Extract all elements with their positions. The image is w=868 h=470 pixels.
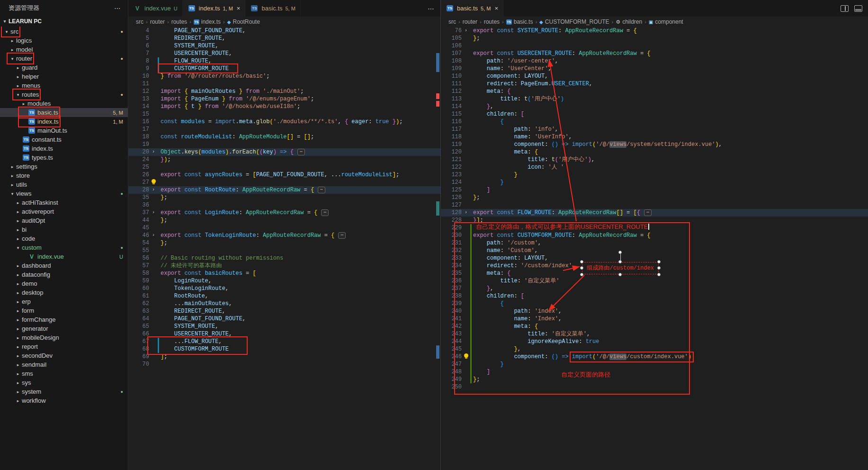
annotation-textbox-compose-route[interactable]: 组成路由/custom/index bbox=[582, 262, 659, 274]
tree-item-bi[interactable]: ▸bi bbox=[0, 225, 128, 234]
tree-item-erp[interactable]: ▸erp bbox=[0, 297, 128, 306]
editor-group-right: TSbasic.ts5, M× src›router›routes›TSbasi… bbox=[441, 0, 868, 470]
tree-item-helper[interactable]: ▸helper bbox=[0, 72, 128, 81]
tree-item-code[interactable]: ▸code bbox=[0, 234, 128, 243]
resize-handle[interactable] bbox=[580, 273, 583, 276]
resize-handle[interactable] bbox=[618, 273, 622, 276]
tree-item-constant.ts[interactable]: TSconstant.ts bbox=[0, 135, 128, 144]
tree-item-sms[interactable]: ▸sms bbox=[0, 369, 128, 378]
tree-item-mobileDesign[interactable]: ▸mobileDesign bbox=[0, 333, 128, 342]
tree-item-custom[interactable]: ▾custom● bbox=[0, 243, 128, 252]
tab-basic.ts[interactable]: TSbasic.ts5, M× bbox=[441, 0, 503, 17]
folded-region-badge[interactable]: ⋯ bbox=[318, 187, 325, 193]
tree-item-sys[interactable]: ▸sys bbox=[0, 378, 128, 387]
breadcrumb-item-CUSTOMFORM_ROUTE[interactable]: ◆CUSTOMFORM_ROUTE bbox=[539, 18, 609, 25]
tree-item-routes[interactable]: ▾routes● bbox=[0, 90, 128, 99]
editor-more-actions-icon[interactable]: ⋯ bbox=[428, 5, 435, 12]
folded-region-badge[interactable]: ⋯ bbox=[297, 149, 305, 155]
split-editor-icon[interactable] bbox=[841, 5, 849, 12]
customize-layout-icon[interactable] bbox=[854, 5, 862, 12]
line-number: 246 bbox=[445, 353, 462, 361]
typescript-file-icon: TS bbox=[194, 19, 199, 25]
tree-item-secondDev[interactable]: ▸secondDev bbox=[0, 351, 128, 360]
fold-collapsed-icon[interactable]: › bbox=[149, 232, 158, 239]
tree-item-report[interactable]: ▸report bbox=[0, 342, 128, 351]
lightbulb-icon[interactable] bbox=[152, 179, 156, 183]
resize-handle[interactable] bbox=[657, 260, 661, 263]
tree-item-views[interactable]: ▾views● bbox=[0, 189, 128, 198]
breadcrumb-item-src[interactable]: src bbox=[448, 18, 456, 25]
breadcrumb-item-router[interactable]: router bbox=[150, 18, 165, 25]
tree-item-router[interactable]: ▾router● bbox=[0, 54, 128, 63]
tab-basic.ts[interactable]: TSbasic.ts5, M bbox=[245, 0, 300, 17]
resize-handle[interactable] bbox=[580, 260, 583, 263]
rotate-handle[interactable] bbox=[618, 251, 622, 254]
line-number: 24 bbox=[132, 156, 149, 163]
fold-collapsed-icon[interactable]: › bbox=[149, 186, 158, 194]
tree-item-menus[interactable]: ▸menus bbox=[0, 81, 128, 90]
tree-item-system[interactable]: ▸system● bbox=[0, 387, 128, 396]
tree-item-workflow[interactable]: ▸workflow bbox=[0, 396, 128, 405]
tree-item-mainOut.ts[interactable]: TSmainOut.ts bbox=[0, 126, 128, 135]
tree-item-store[interactable]: ▸store bbox=[0, 171, 128, 180]
tree-item-basic.ts[interactable]: TSbasic.ts5, M bbox=[0, 108, 128, 117]
tree-item-modules[interactable]: ▸modules bbox=[0, 99, 128, 108]
code-line-127: 127 bbox=[441, 201, 868, 209]
breadcrumb-item-component[interactable]: ▣component bbox=[649, 18, 683, 25]
resize-handle[interactable] bbox=[657, 273, 661, 276]
fold-collapsed-icon[interactable]: › bbox=[462, 209, 470, 217]
folded-region-badge[interactable]: ⋯ bbox=[338, 232, 346, 239]
tree-item-sendmail[interactable]: ▸sendmail bbox=[0, 360, 128, 369]
tree-item-desktop[interactable]: ▸desktop bbox=[0, 288, 128, 297]
breadcrumb-item-index.ts[interactable]: TSindex.ts bbox=[194, 18, 221, 25]
breadcrumb-item-RootRoute[interactable]: ◆RootRoute bbox=[227, 18, 260, 25]
code-editor-right[interactable]: 76›export const SYSTEM_ROUTE: AppRouteRe… bbox=[441, 27, 868, 470]
tree-item-guard[interactable]: ▸guard bbox=[0, 63, 128, 72]
code-editor-left[interactable]: 4 PAGE_NOT_FOUND_ROUTE,5 REDIRECT_ROUTE,… bbox=[128, 27, 440, 470]
resize-handle[interactable] bbox=[580, 266, 583, 270]
tree-item-model[interactable]: ▸model bbox=[0, 45, 128, 54]
breadcrumb-item-src[interactable]: src bbox=[136, 18, 143, 25]
breadcrumb-item-routes[interactable]: routes bbox=[171, 18, 187, 25]
fold-collapsed-icon[interactable]: › bbox=[462, 27, 470, 35]
breadcrumb-item-routes[interactable]: routes bbox=[484, 18, 500, 25]
resize-handle[interactable] bbox=[657, 266, 661, 270]
chevron-right-icon: ▸ bbox=[9, 173, 16, 178]
tree-item-activereport[interactable]: ▸activereport bbox=[0, 207, 128, 216]
code-line-240: 240 path: 'index', bbox=[441, 307, 868, 315]
folded-region-badge[interactable]: ⋯ bbox=[644, 209, 652, 216]
tree-item-demo[interactable]: ▸demo bbox=[0, 279, 128, 288]
resize-handle[interactable] bbox=[618, 260, 622, 263]
tree-item-utils[interactable]: ▸utils bbox=[0, 180, 128, 189]
overview-ruler[interactable] bbox=[436, 27, 439, 470]
tab-index.ts[interactable]: TSindex.ts1, M× bbox=[183, 0, 246, 17]
tree-item-types.ts[interactable]: TStypes.ts bbox=[0, 153, 128, 162]
tree-item-form[interactable]: ▸form bbox=[0, 306, 128, 315]
tree-item-auditOpt[interactable]: ▸auditOpt bbox=[0, 216, 128, 225]
breadcrumb-item-router[interactable]: router bbox=[463, 18, 477, 25]
tree-item-dataconfig[interactable]: ▸dataconfig bbox=[0, 270, 128, 279]
tree-item-settings[interactable]: ▸settings bbox=[0, 162, 128, 171]
tree-item-dashboard[interactable]: ▸dashboard bbox=[0, 261, 128, 270]
tree-item-logics[interactable]: ▸logics bbox=[0, 36, 128, 45]
fold-collapsed-icon[interactable]: › bbox=[149, 209, 158, 217]
code-line-10: 10} from '/@/router/routes/basic'; bbox=[128, 72, 440, 80]
tree-item-index.vue[interactable]: Vindex.vueU bbox=[0, 252, 128, 261]
close-tab-icon[interactable]: × bbox=[237, 5, 241, 12]
close-tab-icon[interactable]: × bbox=[494, 5, 498, 12]
explorer-more-icon[interactable]: ⋯ bbox=[114, 4, 121, 12]
folded-region-badge[interactable]: ⋯ bbox=[321, 209, 329, 216]
breadcrumb-item-basic.ts[interactable]: TSbasic.ts bbox=[506, 18, 533, 25]
lightbulb-icon[interactable] bbox=[464, 353, 468, 358]
tree-item-index.ts[interactable]: TSindex.ts1, M bbox=[0, 117, 128, 126]
breadcrumb-item-children[interactable]: ⚙children bbox=[616, 18, 642, 25]
tab-index.vue[interactable]: Vindex.vueU bbox=[128, 0, 183, 17]
tree-item-formChange[interactable]: ▸formChange bbox=[0, 315, 128, 324]
tree-item-generator[interactable]: ▸generator bbox=[0, 324, 128, 333]
project-section-header[interactable]: ▾ LEARUN PC bbox=[0, 16, 128, 27]
tree-item-actHiTaskinst[interactable]: ▸actHiTaskinst bbox=[0, 198, 128, 207]
fold-collapsed-icon[interactable]: › bbox=[149, 148, 158, 156]
line-number: 25 bbox=[132, 163, 149, 171]
tree-item-index.ts[interactable]: TSindex.ts bbox=[0, 144, 128, 153]
tree-item-src[interactable]: ▾src● bbox=[0, 27, 128, 36]
